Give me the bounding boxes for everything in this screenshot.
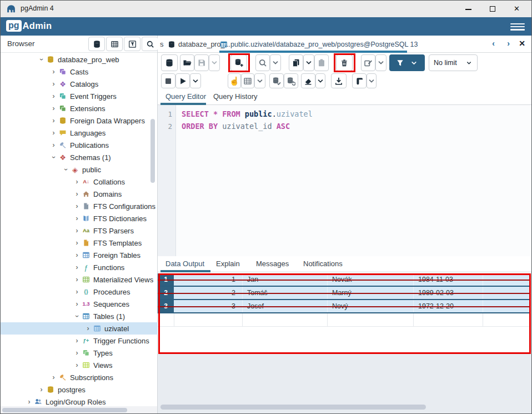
tab-close-button[interactable]: ✕ xyxy=(519,39,525,48)
expand-chevron-icon[interactable]: › xyxy=(73,190,81,198)
find-button[interactable] xyxy=(255,54,270,71)
clear-button[interactable] xyxy=(301,73,315,88)
tree-item-languages[interactable]: ›Languages xyxy=(1,127,158,139)
expand-chevron-icon[interactable]: › xyxy=(73,337,81,345)
grid-row-2[interactable]: 22TomášMarný1989-02-03 xyxy=(158,287,531,300)
find-caret[interactable] xyxy=(270,54,281,71)
expand-chevron-icon[interactable]: › xyxy=(49,80,58,88)
tree-vertical-scrollbar[interactable] xyxy=(150,119,155,183)
tree-item-materialized-views[interactable]: ›Materialized Views xyxy=(1,273,158,286)
stop-button[interactable] xyxy=(161,73,175,88)
tree-item-databaze-pro-web[interactable]: ›databaze_pro_web xyxy=(1,53,158,66)
execute-button[interactable] xyxy=(175,73,190,88)
grid-horizontal-scrollbar[interactable] xyxy=(160,405,426,410)
delete-row-button[interactable] xyxy=(336,54,353,71)
open-file-button[interactable] xyxy=(180,54,194,71)
expand-chevron-icon[interactable]: › xyxy=(73,361,81,369)
copy-button[interactable] xyxy=(289,54,303,71)
tree-item-fts-configurations[interactable]: ›FTS Configurations xyxy=(1,200,158,212)
execute-caret[interactable] xyxy=(190,73,201,88)
download-button[interactable] xyxy=(331,73,347,88)
output-tab-messages[interactable]: Messages xyxy=(256,260,289,268)
expand-chevron-icon[interactable]: › xyxy=(49,129,58,137)
edit-caret[interactable] xyxy=(375,54,387,71)
tree-horizontal-scrollbar[interactable] xyxy=(2,408,127,412)
explain-analyze-button[interactable] xyxy=(241,73,254,88)
tree-item-public[interactable]: ›◈public xyxy=(1,163,158,176)
cell-empty[interactable] xyxy=(243,313,328,326)
output-tab-explain[interactable]: Explain xyxy=(216,260,240,268)
expand-chevron-icon[interactable]: › xyxy=(73,349,81,357)
commit-button[interactable] xyxy=(269,73,284,88)
tree-item-procedures[interactable]: ›{}Procedures xyxy=(1,286,158,298)
tree-item-sequences[interactable]: ›1.3Sequences xyxy=(1,298,158,310)
menu-hamburger-icon[interactable] xyxy=(510,22,525,32)
tree-item-domains[interactable]: ›Domains xyxy=(1,188,158,200)
tree-item-postgres[interactable]: ›postgres xyxy=(1,383,158,396)
cell-empty[interactable] xyxy=(483,313,531,326)
explain-caret[interactable] xyxy=(254,73,265,88)
paste-button[interactable] xyxy=(314,54,329,71)
tree-item-tables-1[interactable]: ›Tables (1) xyxy=(1,310,158,322)
tree-item-types[interactable]: ›Types xyxy=(1,347,158,359)
tree-item-foreign-data-wrappers[interactable]: ›Foreign Data Wrappers xyxy=(1,114,158,127)
tree-item-casts[interactable]: ›Casts xyxy=(1,66,158,78)
rollback-button[interactable] xyxy=(284,73,298,88)
expand-chevron-icon[interactable]: › xyxy=(49,117,58,124)
edit-button[interactable] xyxy=(361,54,375,71)
collapse-chevron-icon[interactable]: › xyxy=(38,56,46,64)
tree-item-extensions[interactable]: ›Extensions xyxy=(1,102,158,114)
tab-scroll-right-button[interactable]: › xyxy=(507,39,510,48)
tree-item-fts-parsers[interactable]: ›AaFTS Parsers xyxy=(1,225,158,237)
expand-chevron-icon[interactable]: › xyxy=(73,276,81,283)
macro-caret[interactable] xyxy=(367,73,377,88)
collapse-chevron-icon[interactable]: › xyxy=(73,312,81,321)
search-objects-button[interactable] xyxy=(142,37,158,51)
tree-item-catalogs[interactable]: ›❖Catalogs xyxy=(1,78,158,90)
filter-button[interactable] xyxy=(389,54,425,71)
expand-chevron-icon[interactable]: › xyxy=(37,386,46,393)
tab-public-uzivatel-databaze-pro-web-postgre[interactable]: public.uzivatel/databaze_pro_web/postgre… xyxy=(220,36,418,53)
tree-item-collations[interactable]: ›A↓Collations xyxy=(1,176,158,188)
expand-chevron-icon[interactable]: › xyxy=(49,68,58,76)
clear-caret[interactable] xyxy=(315,73,325,88)
row-limit-select[interactable]: No limit xyxy=(429,54,478,71)
output-tab-notifications[interactable]: Notifications xyxy=(303,260,343,268)
query-editor[interactable]: 1SELECT * FROM public.uzivatel2ORDER BY … xyxy=(158,105,532,256)
tree-item-foreign-tables[interactable]: ›Foreign Tables xyxy=(1,249,158,261)
tree-item-fts-templates[interactable]: ›FTS Templates xyxy=(1,237,158,249)
expand-chevron-icon[interactable]: › xyxy=(73,178,81,186)
tree-item-trigger-functions[interactable]: ›ƒ+Trigger Functions xyxy=(1,335,158,347)
tree-item-fts-dictionaries[interactable]: ›FTS Dictionaries xyxy=(1,212,158,225)
expand-chevron-icon[interactable]: › xyxy=(49,141,58,149)
tab-fragment[interactable]: s xyxy=(160,40,164,48)
cell-empty[interactable] xyxy=(414,313,483,326)
grid-row-1[interactable]: 11JanNovák1984-11-03 xyxy=(158,273,531,287)
expand-chevron-icon[interactable]: › xyxy=(25,398,33,406)
save-data-changes-button[interactable] xyxy=(230,54,247,71)
expand-chevron-icon[interactable]: › xyxy=(49,92,58,100)
connect-database-button[interactable] xyxy=(88,37,105,51)
tree-item-publications[interactable]: ›Publications xyxy=(1,139,158,151)
tree-item-views[interactable]: ›Views xyxy=(1,359,158,371)
expand-chevron-icon[interactable]: › xyxy=(73,263,81,271)
expand-chevron-icon[interactable]: › xyxy=(49,104,58,112)
cell-empty[interactable] xyxy=(328,313,414,326)
expand-chevron-icon[interactable]: › xyxy=(73,215,81,222)
grid-empty-row[interactable] xyxy=(158,313,531,327)
editor-tab-query-history[interactable]: Query History xyxy=(213,92,257,101)
output-tab-data-output[interactable]: Data Output xyxy=(165,260,204,268)
maximize-button[interactable] xyxy=(480,1,505,17)
tree-item-functions[interactable]: ›ƒFunctions xyxy=(1,261,158,273)
filtered-rows-button[interactable] xyxy=(124,37,140,51)
save-file-button[interactable] xyxy=(194,54,209,71)
expand-chevron-icon[interactable]: › xyxy=(73,202,81,210)
expand-chevron-icon[interactable]: › xyxy=(73,239,81,247)
tree-item-event-triggers[interactable]: ›Event Triggers xyxy=(1,90,158,102)
tree-item-uzivatel[interactable]: ›uzivatel xyxy=(1,322,158,335)
save-file-caret[interactable] xyxy=(209,54,220,71)
grid-row-3[interactable]: 33JosefNový1972-12-20 xyxy=(158,300,531,313)
tab-scroll-left-button[interactable]: ‹ xyxy=(492,39,495,48)
expand-chevron-icon[interactable]: › xyxy=(73,288,81,296)
expand-chevron-icon[interactable]: › xyxy=(49,373,58,381)
